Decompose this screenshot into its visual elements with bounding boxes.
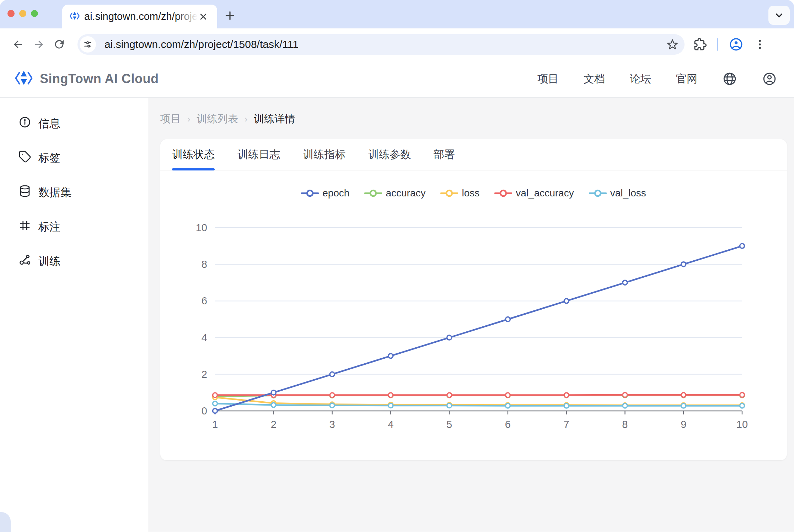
back-button[interactable] xyxy=(8,34,28,55)
window-controls xyxy=(7,10,38,17)
sidebar-item-tags[interactable]: 标签 xyxy=(18,149,148,167)
sidebar-item-label: 数据集 xyxy=(38,185,71,200)
legend-marker-icon xyxy=(440,189,458,198)
legend-marker-icon xyxy=(589,189,607,198)
card-tab-bar: 训练状态 训练日志 训练指标 训练参数 部署 xyxy=(160,139,787,170)
svg-text:8: 8 xyxy=(622,419,628,430)
minimize-window-button[interactable] xyxy=(19,10,26,17)
tab-training-params[interactable]: 训练参数 xyxy=(368,139,411,170)
breadcrumb: 项目 › 训练列表 › 训练详情 xyxy=(160,112,787,126)
svg-text:4: 4 xyxy=(388,419,393,430)
training-line-chart: 024681012345678910 xyxy=(160,201,787,446)
brand-name: SingTown AI Cloud xyxy=(40,71,159,86)
annotate-grid-icon xyxy=(18,219,31,235)
brand[interactable]: SingTown AI Cloud xyxy=(14,69,159,89)
toolbar-right xyxy=(694,37,766,51)
training-detail-card: 训练状态 训练日志 训练指标 训练参数 部署 epochaccuracyloss… xyxy=(160,139,787,460)
nav-docs[interactable]: 文档 xyxy=(584,72,605,86)
sidebar: 信息 标签 数据集 xyxy=(0,98,148,532)
singtown-logo-icon xyxy=(14,69,33,89)
svg-text:1: 1 xyxy=(212,419,218,430)
new-tab-button[interactable] xyxy=(222,8,238,23)
info-icon xyxy=(18,116,31,131)
svg-text:2: 2 xyxy=(202,369,207,380)
url-text[interactable]: ai.singtown.com/zh/project/1508/task/111 xyxy=(104,38,664,50)
toolbar-divider xyxy=(717,38,718,51)
sidebar-item-label: 训练 xyxy=(38,254,60,269)
forward-button[interactable] xyxy=(28,34,49,55)
sidebar-item-annotation[interactable]: 标注 xyxy=(18,218,148,236)
tab-deploy[interactable]: 部署 xyxy=(434,139,455,170)
profile-avatar-icon[interactable] xyxy=(729,37,743,51)
svg-text:5: 5 xyxy=(446,419,452,430)
tab-title: ai.singtown.com/zh/project/15 xyxy=(84,11,197,22)
breadcrumb-projects[interactable]: 项目 xyxy=(160,112,181,126)
sidebar-item-label: 标签 xyxy=(38,151,60,165)
legend-label: epoch xyxy=(322,188,349,199)
legend-item-val_accuracy[interactable]: val_accuracy xyxy=(494,188,574,199)
legend-label: val_loss xyxy=(610,188,646,199)
legend-marker-icon xyxy=(301,189,319,198)
legend-item-loss[interactable]: loss xyxy=(440,188,479,199)
close-window-button[interactable] xyxy=(7,10,15,17)
chart-legend: epochaccuracylossval_accuracyval_loss xyxy=(160,188,787,199)
bookmark-star-icon[interactable] xyxy=(664,36,681,53)
main-content: 项目 › 训练列表 › 训练详情 训练状态 训练日志 训练指标 训练参数 部署 … xyxy=(148,98,794,532)
site-settings-icon[interactable] xyxy=(80,36,96,53)
favicon-singtown-icon xyxy=(69,11,80,23)
svg-text:9: 9 xyxy=(681,419,686,430)
legend-item-val_loss[interactable]: val_loss xyxy=(589,188,646,199)
legend-label: loss xyxy=(462,188,479,199)
reload-button[interactable] xyxy=(49,34,70,55)
browser-tab-strip: ai.singtown.com/zh/project/15 xyxy=(0,0,794,28)
svg-text:10: 10 xyxy=(196,222,207,233)
svg-text:8: 8 xyxy=(202,259,207,270)
sidebar-item-training[interactable]: 训练 xyxy=(18,253,148,270)
legend-marker-icon xyxy=(364,189,382,198)
browser-tab[interactable]: ai.singtown.com/zh/project/15 xyxy=(62,5,217,28)
user-account-icon[interactable] xyxy=(762,71,777,86)
browser-menu-icon[interactable] xyxy=(754,38,766,50)
url-bar[interactable]: ai.singtown.com/zh/project/1508/task/111 xyxy=(77,34,685,55)
svg-text:7: 7 xyxy=(564,419,569,430)
nav-website[interactable]: 官网 xyxy=(676,72,697,86)
svg-text:2: 2 xyxy=(271,419,277,430)
legend-label: accuracy xyxy=(386,188,425,199)
tab-title-fade xyxy=(176,11,197,22)
tab-training-metrics[interactable]: 训练指标 xyxy=(303,139,345,170)
sidebar-item-label: 信息 xyxy=(38,116,60,131)
legend-item-accuracy[interactable]: accuracy xyxy=(364,188,425,199)
breadcrumb-current: 训练详情 xyxy=(254,112,295,126)
tab-training-status[interactable]: 训练状态 xyxy=(172,139,215,170)
sidebar-item-info[interactable]: 信息 xyxy=(18,115,148,132)
tag-icon xyxy=(18,150,31,166)
legend-item-epoch[interactable]: epoch xyxy=(301,188,349,199)
database-icon xyxy=(18,185,31,200)
network-icon xyxy=(18,254,31,269)
svg-text:6: 6 xyxy=(202,295,207,306)
svg-text:0: 0 xyxy=(202,405,207,417)
app-header: SingTown AI Cloud 项目 文档 论坛 官网 xyxy=(0,60,794,98)
extensions-icon[interactable] xyxy=(694,38,707,51)
tab-search-button[interactable] xyxy=(768,6,790,25)
nav-projects[interactable]: 项目 xyxy=(537,72,559,86)
breadcrumb-training-list[interactable]: 训练列表 xyxy=(197,112,238,126)
nav-forum[interactable]: 论坛 xyxy=(630,72,651,86)
app-nav: 项目 文档 论坛 官网 xyxy=(537,71,777,86)
zoom-window-button[interactable] xyxy=(31,10,38,17)
tab-training-log[interactable]: 训练日志 xyxy=(237,139,280,170)
legend-marker-icon xyxy=(494,189,512,198)
breadcrumb-separator-icon: › xyxy=(187,114,191,125)
language-globe-icon[interactable] xyxy=(722,71,737,86)
tab-close-icon[interactable] xyxy=(197,11,209,23)
browser-window: ai.singtown.com/zh/project/15 xyxy=(0,0,794,532)
breadcrumb-separator-icon: › xyxy=(245,114,248,125)
sidebar-item-datasets[interactable]: 数据集 xyxy=(18,184,148,201)
svg-text:6: 6 xyxy=(505,419,511,430)
svg-text:10: 10 xyxy=(736,419,748,430)
svg-text:4: 4 xyxy=(202,332,207,343)
sidebar-item-label: 标注 xyxy=(38,219,60,234)
svg-text:3: 3 xyxy=(329,419,335,430)
browser-toolbar: ai.singtown.com/zh/project/1508/task/111 xyxy=(0,28,794,60)
legend-label: val_accuracy xyxy=(516,188,574,199)
